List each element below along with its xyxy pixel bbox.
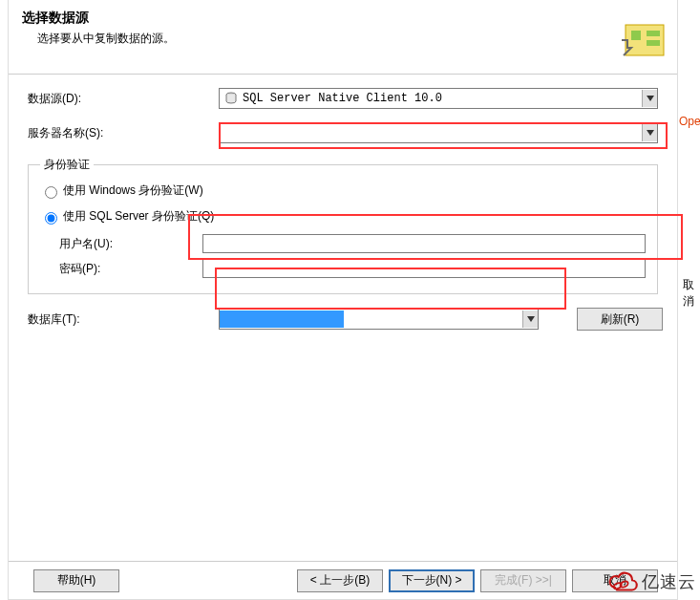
windows-auth-radio[interactable]	[45, 186, 57, 199]
database-label: 数据库(T):	[28, 311, 219, 328]
data-source-value: SQL Server Native Client 10.0	[243, 92, 642, 105]
dialog-footer: 帮助(H) < 上一步(B) 下一步(N) > 完成(F) >>| 取消	[9, 561, 677, 599]
next-button[interactable]: 下一步(N) >	[389, 569, 475, 592]
header-title: 选择数据源	[22, 10, 664, 27]
help-button[interactable]: 帮助(H)	[33, 569, 119, 592]
database-value	[220, 311, 344, 328]
cloud-link-icon	[605, 569, 638, 594]
data-source-dropdown[interactable]: SQL Server Native Client 10.0	[219, 88, 658, 109]
server-name-label: 服务器名称(S):	[28, 125, 219, 141]
data-source-label: 数据源(D):	[28, 91, 219, 107]
password-label: 密码(P):	[59, 261, 202, 277]
windows-auth-label[interactable]: 使用 Windows 身份验证(W)	[63, 182, 203, 199]
sqlserver-icon	[223, 91, 239, 106]
username-input[interactable]	[202, 234, 646, 253]
dropdown-arrow-icon[interactable]	[642, 124, 657, 141]
wizard-database-icon	[622, 17, 668, 63]
server-name-dropdown[interactable]	[219, 122, 658, 143]
refresh-button[interactable]: 刷新(R)	[577, 308, 663, 331]
header-subtitle: 选择要从中复制数据的源。	[22, 31, 664, 47]
sql-auth-radio[interactable]	[45, 212, 57, 225]
svg-rect-2	[647, 31, 660, 36]
username-label: 用户名(U):	[59, 236, 202, 252]
auth-legend: 身份验证	[40, 157, 94, 173]
finish-button: 完成(F) >>|	[480, 569, 566, 592]
database-dropdown[interactable]	[219, 309, 539, 330]
auth-fieldset: 身份验证 使用 Windows 身份验证(W) 使用 SQL Server 身份…	[28, 157, 658, 294]
cutoff-right-mid: 取消	[683, 277, 700, 310]
watermark-text: 亿速云	[642, 570, 696, 593]
dropdown-arrow-icon[interactable]	[642, 90, 657, 107]
sql-auth-label[interactable]: 使用 SQL Server 身份验证(Q)	[63, 208, 214, 225]
password-input[interactable]	[202, 259, 646, 278]
cutoff-right-top: Ope	[679, 115, 700, 128]
dialog-body: 数据源(D): SQL Server Native Client 10.0	[9, 75, 677, 357]
back-button[interactable]: < 上一步(B)	[297, 569, 383, 592]
svg-rect-1	[631, 31, 641, 40]
wizard-dialog: 选择数据源 选择要从中复制数据的源。 数据源(D):	[8, 0, 678, 600]
watermark: 亿速云	[605, 569, 696, 594]
svg-point-6	[620, 580, 629, 589]
svg-rect-3	[647, 40, 660, 46]
dialog-header: 选择数据源 选择要从中复制数据的源。	[9, 0, 677, 75]
dropdown-arrow-icon[interactable]	[522, 311, 538, 328]
